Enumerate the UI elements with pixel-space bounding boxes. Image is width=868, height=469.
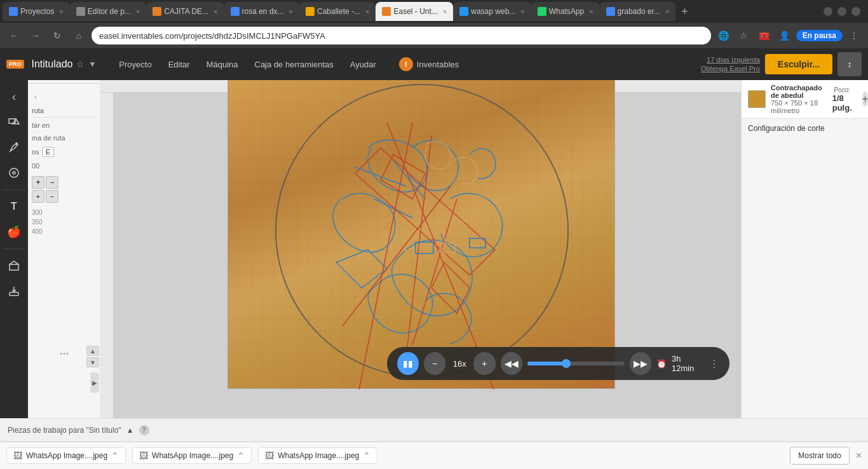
help-icon[interactable]: ? [139,425,149,435]
tab-label-2: Editor de p... [88,7,131,16]
show-all-button[interactable]: Mostrar todo [790,447,849,465]
tab-proyectos[interactable]: Proyectos × [3,2,70,21]
tab-close-1[interactable]: × [59,8,63,15]
title-chevron-icon[interactable]: ▼ [88,60,96,69]
collapse-arrow-icon[interactable]: ▲ [126,426,134,435]
add-material-button[interactable]: + [862,92,868,107]
tab-label-9: grabado er... [618,7,660,16]
reload-button[interactable]: ↻ [48,27,66,44]
fast-forward-icon: ▶▶ [634,358,648,369]
panel-expand-horiz[interactable]: ▶ [90,372,99,393]
play-pause-button[interactable]: ▮▮ [397,352,419,375]
menu-ayudar[interactable]: Ayudar [342,56,384,73]
tab-close-9[interactable]: × [665,8,669,15]
download-expand-2[interactable]: ⌃ [237,451,245,461]
favorite-star-icon[interactable]: ☆ [76,59,85,69]
tab-close-3[interactable]: × [214,8,217,15]
tab-close-8[interactable]: × [589,8,593,15]
tab-close-4[interactable]: × [289,8,293,15]
tab-caballete[interactable]: Caballete -... × [299,2,376,21]
tab-editor[interactable]: Editor de p... × [70,2,146,21]
download-item-2[interactable]: 🖼 WhatsApp Image....jpeg ⌃ [132,447,252,464]
trial-link[interactable]: Obtenga Easel Pro [701,64,760,73]
new-tab-button[interactable]: + [675,3,693,20]
translate-icon[interactable]: 🌐 [715,27,733,44]
main-content: ‹ T [0,80,868,418]
sculpt-button[interactable]: Esculpir... [765,54,832,74]
menu-editar[interactable]: Editar [161,56,198,73]
circle-tool-btn[interactable] [3,161,25,184]
material-swatch [748,90,766,108]
shape-tool-btn[interactable] [3,111,25,133]
toolbar-collapse-btn[interactable]: ‹ [3,85,25,108]
progress-thumb[interactable] [562,359,571,368]
tab-close-2[interactable]: × [136,8,140,15]
inventables-logo-icon: I [399,57,413,71]
pen-tool-btn[interactable] [3,136,25,159]
panel-down-arrow[interactable]: ▼ [86,357,99,367]
bookmark-star-icon[interactable]: ☆ [735,27,753,44]
rewind-icon: ◀◀ [505,358,519,369]
arrows-icon[interactable]: ↕ [837,52,862,76]
left-toolbar: ‹ T [0,80,28,418]
panel-up-arrow[interactable]: ▲ [86,346,99,356]
download-expand-1[interactable]: ⌃ [111,451,119,461]
svg-rect-5 [10,264,18,270]
top-bar: PRO Intitulado ☆ ▼ Proyecto Editar Máqui… [0,48,868,80]
home-button[interactable]: ⌂ [70,27,88,44]
menu-caja[interactable]: Caja de herramientas [247,56,341,73]
apple-tool-btn[interactable]: 🍎 [3,221,25,243]
box-tool-btn[interactable] [3,254,25,277]
arrows-symbol: ↕ [848,59,852,69]
close-btn[interactable] [851,7,860,16]
progress-bar[interactable] [527,362,625,365]
download-bar-close-icon[interactable]: × [856,450,862,461]
minimize-btn[interactable] [824,7,832,16]
tab-close-5[interactable]: × [365,8,369,15]
panel-e-value[interactable]: E [42,147,54,157]
rewind-button[interactable]: ◀◀ [501,352,522,375]
svg-point-2 [15,142,18,145]
clock-icon: ⏰ [656,359,667,369]
tab-cajita[interactable]: CAJITA DE... × [146,2,224,21]
download-file-icon-2: 🖼 [139,451,148,461]
address-input[interactable]: easel.inventables.com/projects/dhdzJDsIM… [92,27,711,44]
menu-icon[interactable]: ⋮ [845,27,863,44]
menu-maquina[interactable]: Máquina [199,56,246,73]
scroll-left-btn[interactable]: + [32,190,44,203]
download-expand-3[interactable]: ⌃ [363,451,370,461]
download-item-3[interactable]: 🖼 WhatsApp Image....jpeg ⌃ [258,447,377,464]
tab-rosa[interactable]: rosa en dx... × [224,2,299,21]
import-tool-btn[interactable] [3,280,25,302]
svg-marker-1 [13,119,19,124]
zoom-out-btn[interactable]: − [46,176,58,189]
tab-close-7[interactable]: × [520,8,524,15]
zoom-in-btn[interactable]: + [32,176,44,189]
tab-grabado[interactable]: grabado er... × [600,2,676,21]
canvas-area[interactable]: ▮▮ − 16x + ◀◀ ▶▶ ⏰ [101,80,741,418]
tab-close-6[interactable]: × [443,8,447,15]
download-item-1[interactable]: 🖼 WhatsApp Image....jpeg ⌃ [6,447,126,464]
tab-favicon-5 [306,7,315,16]
speed-down-button[interactable]: − [424,352,445,375]
pause-badge[interactable]: En pausa [796,30,843,41]
speed-up-button[interactable]: + [473,352,495,375]
tab-wasap[interactable]: wasap web... × [453,2,531,21]
scroll-minus-btn[interactable]: − [46,190,58,203]
forward-button[interactable]: → [27,27,44,44]
profile-icon[interactable]: 👤 [776,27,794,44]
fast-forward-button[interactable]: ▶▶ [630,352,651,375]
ruler-left [101,93,114,418]
tab-label-5: Caballete -... [317,7,360,16]
panel-collapse-left[interactable]: ‹ [32,92,97,102]
tab-whatsapp[interactable]: WhatsApp × [531,2,600,21]
extensions-icon[interactable]: 🧰 [756,27,773,44]
tab-label-7: wasap web... [471,7,515,16]
expand-right-icon[interactable]: ▶ [90,372,99,393]
menu-proyecto[interactable]: Proyecto [111,56,159,73]
maximize-btn[interactable] [837,7,846,16]
playback-menu-icon[interactable]: ⋮ [709,358,719,370]
text-tool-btn[interactable]: T [3,195,25,218]
back-button[interactable]: ← [5,27,23,44]
tab-easel[interactable]: Easel - Unt... × [376,2,453,21]
